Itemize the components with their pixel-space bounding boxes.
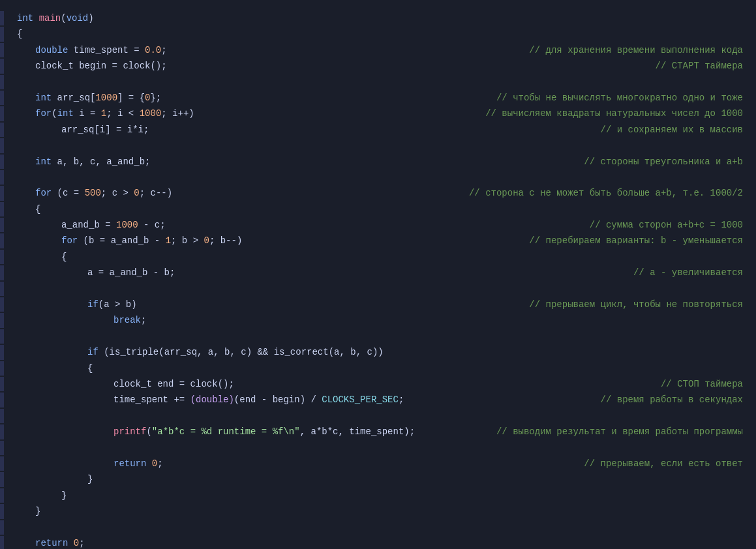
comment: // сумма сторон a+b+c = 1000 bbox=[564, 218, 756, 232]
line-content: } bbox=[4, 472, 756, 486]
code-line-11 bbox=[0, 170, 756, 185]
code-line-3: double time_spent = 0.0; // для хранения… bbox=[0, 42, 756, 58]
comment: // время работы в секундах bbox=[588, 393, 756, 407]
code-line-6: int arr_sq[1000] = {0}; // чтобы не вычи… bbox=[0, 90, 756, 106]
comment: // СТАРТ таймера bbox=[629, 59, 756, 73]
code-text: arr_sq[i] = i*i; bbox=[61, 123, 149, 137]
code-line-8: arr_sq[i] = i*i; // и сохраняем их в мас… bbox=[0, 122, 756, 138]
code-text: return 0; bbox=[113, 456, 163, 471]
line-content: } bbox=[4, 504, 756, 518]
comment: // вычисляем квадраты натуральных чисел … bbox=[459, 106, 756, 121]
code-line-16: { bbox=[0, 249, 756, 265]
code-text: clock_t end = clock(); bbox=[113, 377, 234, 391]
line-content: int a, b, c, a_and_b; // стороны треугол… bbox=[4, 155, 756, 169]
code-line-23: { bbox=[0, 361, 756, 376]
code-text: { bbox=[17, 27, 22, 41]
code-line-33 bbox=[0, 520, 756, 535]
code-text: { bbox=[61, 250, 67, 264]
comment: // выводим результат и время работы прог… bbox=[490, 424, 756, 439]
code-line-22: if (is_triple(arr_sq, a, b, c) && is_cor… bbox=[0, 344, 756, 360]
line-content: for (b = a_and_b - 1; b > 0; b--) // пер… bbox=[4, 233, 756, 248]
code-text: } bbox=[87, 472, 93, 486]
line-content: if (is_triple(arr_sq, a, b, c) && is_cor… bbox=[4, 345, 756, 359]
code-text: } bbox=[35, 504, 40, 518]
line-content bbox=[4, 75, 756, 89]
comment: // чтобы не вычислять многократно одно и… bbox=[470, 91, 756, 105]
line-content: double time_spent = 0.0; // для хранения… bbox=[4, 43, 756, 57]
comment: // СТОП таймера bbox=[635, 377, 756, 391]
code-text: { bbox=[35, 202, 40, 216]
line-content: int arr_sq[1000] = {0}; // чтобы не вычи… bbox=[4, 91, 756, 105]
code-text: for (b = a_and_b - 1; b > 0; b--) bbox=[61, 233, 242, 248]
code-text: for(int i = 1; i < 1000; i++) bbox=[35, 106, 194, 121]
code-line-1: int main(void) bbox=[0, 10, 756, 26]
line-content bbox=[4, 170, 756, 185]
code-line-18 bbox=[0, 281, 756, 297]
code-line-14: a_and_b = 1000 - c; // сумма сторон a+b+… bbox=[0, 217, 756, 233]
code-line-17: a = a_and_b - b; // а - увеличивается bbox=[0, 265, 756, 280]
line-content: a_and_b = 1000 - c; // сумма сторон a+b+… bbox=[4, 218, 756, 232]
code-text: int a, b, c, a_and_b; bbox=[35, 155, 150, 169]
code-line-34: return 0; bbox=[0, 535, 756, 549]
code-line-20: break; bbox=[0, 312, 756, 328]
line-content bbox=[4, 329, 756, 344]
line-content: { bbox=[4, 202, 756, 216]
line-content: return 0; // прерываем, если есть ответ bbox=[4, 456, 756, 471]
code-line-21 bbox=[0, 329, 756, 344]
code-text: a = a_and_b - b; bbox=[87, 265, 175, 280]
comment: // перебираем варианты: b - уменьшается bbox=[503, 233, 756, 248]
code-line-32: } bbox=[0, 503, 756, 519]
line-content: { bbox=[4, 27, 756, 41]
line-content: { bbox=[4, 250, 756, 264]
line-content: a = a_and_b - b; // а - увеличивается bbox=[4, 265, 756, 280]
line-content bbox=[4, 520, 756, 535]
line-content: { bbox=[4, 361, 756, 376]
code-text: if(a > b) bbox=[87, 297, 137, 312]
line-content: int main(void) bbox=[4, 11, 756, 25]
line-content: for (c = 500; c > 0; c--) // сторона с н… bbox=[4, 186, 756, 200]
line-content: printf("a*b*c = %d runtime = %f\n", a*b*… bbox=[4, 424, 756, 439]
code-text: for (c = 500; c > 0; c--) bbox=[35, 186, 172, 200]
code-line-2: { bbox=[0, 26, 756, 42]
code-line-9 bbox=[0, 138, 756, 153]
line-content: if(a > b) // прерываем цикл, чтобы не по… bbox=[4, 297, 756, 312]
code-line-12: for (c = 500; c > 0; c--) // сторона с н… bbox=[0, 185, 756, 201]
code-line-4: clock_t begin = clock(); // СТАРТ таймер… bbox=[0, 58, 756, 74]
line-content bbox=[4, 441, 756, 455]
line-content: time_spent += (double)(end - begin) / CL… bbox=[4, 393, 756, 407]
code-editor: int main(void) { double time_spent = 0.0… bbox=[0, 0, 756, 549]
code-text: time_spent += (double)(end - begin) / CL… bbox=[113, 393, 404, 407]
line-content: return 0; bbox=[4, 536, 756, 549]
line-content: clock_t end = clock(); // СТОП таймера bbox=[4, 377, 756, 391]
code-text: printf("a*b*c = %d runtime = %f\n", a*b*… bbox=[113, 424, 421, 439]
code-text: double time_spent = 0.0; bbox=[35, 43, 167, 57]
line-content: arr_sq[i] = i*i; // и сохраняем их в мас… bbox=[4, 123, 756, 137]
comment: // для хранения времени выполнения кода bbox=[503, 43, 756, 57]
comment: // стороны треугольника и a+b bbox=[558, 155, 756, 169]
code-text: int main(void) bbox=[17, 11, 94, 25]
code-text: clock_t begin = clock(); bbox=[35, 59, 167, 73]
line-content bbox=[4, 409, 756, 423]
code-line-5 bbox=[0, 74, 756, 90]
code-text: int arr_sq[1000] = {0}; bbox=[35, 91, 161, 105]
code-text: return 0; bbox=[35, 536, 85, 549]
code-line-27: printf("a*b*c = %d runtime = %f\n", a*b*… bbox=[0, 424, 756, 439]
code-line-7: for(int i = 1; i < 1000; i++) // вычисля… bbox=[0, 106, 756, 121]
line-content: for(int i = 1; i < 1000; i++) // вычисля… bbox=[4, 106, 756, 121]
comment: // прерываем, если есть ответ bbox=[558, 456, 756, 471]
code-text: break; bbox=[113, 313, 146, 327]
code-line-19: if(a > b) // прерываем цикл, чтобы не по… bbox=[0, 297, 756, 312]
code-line-26 bbox=[0, 408, 756, 424]
code-text: if (is_triple(arr_sq, a, b, c) && is_cor… bbox=[87, 345, 384, 359]
code-line-28 bbox=[0, 440, 756, 456]
code-line-24: clock_t end = clock(); // СТОП таймера bbox=[0, 376, 756, 392]
line-content: clock_t begin = clock(); // СТАРТ таймер… bbox=[4, 59, 756, 73]
comment: // прерываем цикл, чтобы не повторяться bbox=[503, 297, 756, 312]
comment: // сторона с не может быть больше a+b, т… bbox=[443, 186, 756, 200]
code-line-10: int a, b, c, a_and_b; // стороны треугол… bbox=[0, 154, 756, 170]
code-line-15: for (b = a_and_b - 1; b > 0; b--) // пер… bbox=[0, 233, 756, 248]
code-line-30: } bbox=[0, 471, 756, 487]
line-content bbox=[4, 138, 756, 153]
code-line-25: time_spent += (double)(end - begin) / CL… bbox=[0, 392, 756, 408]
code-line-31: } bbox=[0, 488, 756, 503]
